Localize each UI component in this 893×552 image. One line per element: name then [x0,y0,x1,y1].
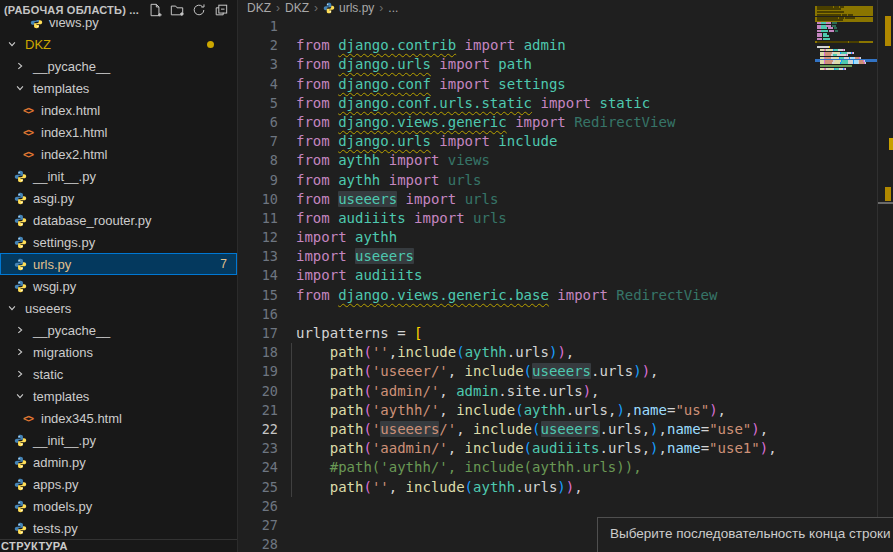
code-line-1[interactable]: 1 [239,17,893,36]
tree-item-apps-py[interactable]: apps.py [0,473,237,495]
minimap[interactable] [815,0,877,552]
token: include [456,402,515,418]
tree-item-index2-html[interactable]: <>index2.html [0,143,237,165]
tree-item-static[interactable]: static [0,363,237,385]
line-number[interactable]: 15 [239,286,278,305]
code-line-14[interactable]: 14import audiiits [239,266,893,285]
code-line-23[interactable]: 23 path('aadmin/', include(audiiits.urls… [239,439,893,458]
line-number[interactable]: 2 [239,36,278,55]
tree-item--init-py[interactable]: __init__.py [0,165,237,187]
breadcrumb-item[interactable]: DKZ [285,1,309,15]
line-number[interactable]: 26 [239,497,278,516]
breadcrumb-item[interactable]: DKZ [247,1,271,15]
breadcrumb-item[interactable]: ... [388,1,398,15]
line-number[interactable]: 20 [239,382,278,401]
line-number[interactable]: 12 [239,228,278,247]
line-number[interactable]: 28 [239,535,278,552]
tree-item-asgi-py[interactable]: asgi.py [0,187,237,209]
new-folder-icon[interactable] [167,1,187,19]
code-line-21[interactable]: 21 path('aythh/', include(aythh.urls,),n… [239,401,893,420]
tree-item-admin-py[interactable]: admin.py [0,451,237,473]
line-number[interactable]: 4 [239,75,278,94]
tree-item--pycache-[interactable]: __pycache__ [0,55,237,77]
code-line-2[interactable]: 2from django.contrib import admin [239,36,893,55]
code-line-22[interactable]: 22 path('useeers/', include(useeers.urls… [239,420,893,439]
code-line-12[interactable]: 12import aythh [239,228,893,247]
token: static [599,95,650,111]
explorer-section-header[interactable]: (РАБОЧАЯ ОБЛАСТЬ) ... [0,0,237,20]
line-number[interactable]: 9 [239,171,278,190]
line-number[interactable]: 18 [239,343,278,362]
line-number[interactable]: 23 [239,439,278,458]
line-number[interactable]: 17 [239,324,278,343]
code-line-6[interactable]: 6from django.views.generic import Redire… [239,113,893,132]
tree-item-templates[interactable]: templates [0,385,237,407]
code-line-25[interactable]: 25 path('', include(aythh.urls)), [239,478,893,497]
collapse-all-icon[interactable] [211,1,231,19]
code-line-5[interactable]: 5from django.conf.urls.static import sta… [239,94,893,113]
code-line-8[interactable]: 8from aythh import views [239,151,893,170]
tree-item-urls-py[interactable]: urls.py7 [0,253,237,275]
code-line-19[interactable]: 19 path('useeer/', include(useeers.urls)… [239,362,893,381]
tree-item-settings-py[interactable]: settings.py [0,231,237,253]
line-number[interactable]: 19 [239,362,278,381]
line-number[interactable]: 21 [239,401,278,420]
tree-item-templates[interactable]: templates [0,77,237,99]
tree-item-useeers[interactable]: useeers [0,297,237,319]
python-file-icon [12,212,28,228]
tree-item-index1-html[interactable]: <>index1.html [0,121,237,143]
tree-item-index-html[interactable]: <>index.html [0,99,237,121]
line-number[interactable]: 25 [239,478,278,497]
code-line-3[interactable]: 3from django.urls import path [239,55,893,74]
tree-item-tests-py[interactable]: tests.py [0,517,237,539]
line-number[interactable]: 22 [239,420,278,439]
tree-item--pycache-[interactable]: __pycache__ [0,319,237,341]
line-number[interactable]: 3 [239,55,278,74]
tree-item-wsgi-py[interactable]: wsgi.py [0,275,237,297]
vscode-window: (РАБОЧАЯ ОБЛАСТЬ) ... views.pyDKZ__pycac… [0,0,893,552]
code-line-18[interactable]: 18 path('',include(aythh.urls)), [239,343,893,362]
new-file-icon[interactable] [145,1,165,19]
line-number[interactable]: 8 [239,151,278,170]
scrollbar-overview-ruler[interactable] [877,0,893,552]
code-line-26[interactable]: 26 [239,497,893,516]
editor-pane[interactable]: DKZ›DKZ›urls.py›... 12from django.contri… [239,0,893,552]
refresh-icon[interactable] [189,1,209,19]
line-number[interactable]: 1 [239,17,278,36]
line-number[interactable]: 14 [239,266,278,285]
code-line-7[interactable]: 7from django.urls import include [239,132,893,151]
line-number[interactable]: 24 [239,458,278,477]
token: useeers [541,421,600,437]
code-line-11[interactable]: 11from audiiits import urls [239,209,893,228]
code-line-13[interactable]: 13import useeers [239,247,893,266]
token: from [296,172,338,188]
line-number[interactable]: 5 [239,94,278,113]
tree-item-models-py[interactable]: models.py [0,495,237,517]
token: , [760,421,768,437]
code-area[interactable]: 12from django.contrib import admin3from … [239,17,893,552]
line-number[interactable]: 10 [239,190,278,209]
line-number[interactable]: 6 [239,113,278,132]
code-line-16[interactable]: 16 [239,305,893,324]
code-line-24[interactable]: 24 #path('aythh/', include(aythh.urls)), [239,458,893,477]
code-line-9[interactable]: 9from aythh import urls [239,171,893,190]
line-number[interactable]: 11 [239,209,278,228]
code-line-4[interactable]: 4from django.conf import settings [239,75,893,94]
tree-item-DKZ[interactable]: DKZ [0,33,237,55]
code-line-20[interactable]: 20 path('admin/', admin.site.urls), [239,382,893,401]
line-number[interactable]: 27 [239,516,278,535]
breadcrumb-item[interactable]: urls.py [323,1,374,15]
outline-section-header[interactable]: СТРУКТУРА [0,539,237,552]
code-line-15[interactable]: 15from django.views.generic.base import … [239,286,893,305]
line-number[interactable]: 7 [239,132,278,151]
code-line-17[interactable]: 17urlpatterns = [ [239,324,893,343]
tree-item--init-py[interactable]: __init__.py [0,429,237,451]
line-number[interactable]: 16 [239,305,278,324]
token: settings [498,76,565,92]
tree-item-migrations[interactable]: migrations [0,341,237,363]
tree-item-index345-html[interactable]: <>index345.html [0,407,237,429]
line-number[interactable]: 13 [239,247,278,266]
tree-item-database-roouter-py[interactable]: database_roouter.py [0,209,237,231]
code-line-10[interactable]: 10from useeers import urls [239,190,893,209]
token [380,152,388,168]
